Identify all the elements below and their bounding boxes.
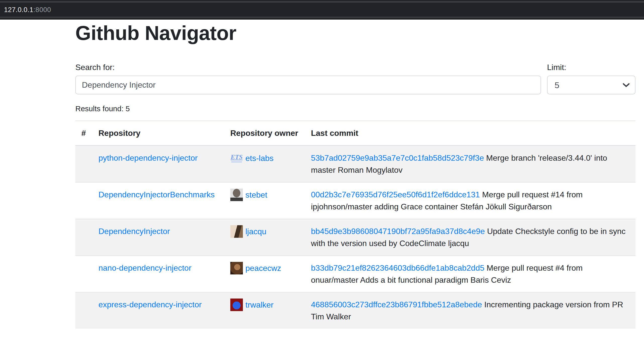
- table-row: DependencyInjectorBenchmarks stebet 00d2…: [75, 182, 635, 219]
- search-form: Search for: Limit: 5: [75, 63, 635, 94]
- page-title: Github Navigator: [75, 22, 635, 45]
- commit-cell: 468856003c273dffce23b86791fbbe512a8ebede…: [305, 292, 635, 329]
- ets-logo-tagline: [231, 161, 242, 162]
- row-index-cell: [75, 256, 92, 292]
- commit-author: Tim Walker: [311, 312, 351, 321]
- repository-link[interactable]: express-dependency-injector: [98, 300, 202, 309]
- commit-author: ljacqu: [448, 239, 469, 248]
- tab-strip: [0, 1, 644, 3]
- url-host: 127.0.0.1: [4, 6, 33, 13]
- limit-select[interactable]: 5: [547, 76, 635, 94]
- commit-author: Stefán Jökull Sigurðarson: [460, 202, 552, 211]
- repository-cell: DependencyInjectorBenchmarks: [92, 182, 224, 219]
- commit-cell: 00d2b3c7e76935d76f25ee50f6d1f2ef6ddce131…: [305, 182, 635, 219]
- commit-hash-link[interactable]: b33db79c21ef8262364603db66dfe1ab8cab2dd5: [311, 263, 484, 272]
- commit-hash-link[interactable]: 00d2b3c7e76935d76f25ee50f6d1f2ef6ddce131: [311, 190, 480, 199]
- owner-cell: peacecwz: [224, 256, 305, 292]
- results-table: # Repository Repository owner Last commi…: [75, 121, 635, 329]
- repository-link[interactable]: nano-dependency-injector: [98, 263, 191, 272]
- repository-cell: python-dependency-injector: [92, 146, 224, 183]
- toolbar-lower-strip: [0, 17, 644, 18]
- owner-link[interactable]: trwalker: [245, 299, 274, 311]
- repository-link[interactable]: DependencyInjectorBenchmarks: [98, 190, 214, 199]
- limit-select-wrap: 5: [547, 76, 635, 94]
- ljacqu-avatar: [230, 225, 243, 238]
- url-text[interactable]: 127.0.0.1:8000: [4, 6, 51, 14]
- results-summary: Results found: 5: [75, 104, 635, 113]
- table-row: express-dependency-injector trwalker 468…: [75, 292, 635, 329]
- owner-cell: stebet: [224, 182, 305, 219]
- commit-author: Baris Ceviz: [470, 275, 511, 284]
- search-input[interactable]: [75, 76, 541, 94]
- commit-cell: bb45d9e3b98608047190bf72a95fa9a37d8c4e9e…: [305, 219, 635, 256]
- owner-link[interactable]: ets-labs: [245, 152, 274, 164]
- row-index-cell: [75, 292, 92, 329]
- table-row: python-dependency-injector ETS ets-labs …: [75, 146, 635, 183]
- limit-label: Limit:: [547, 63, 635, 72]
- owner-cell: ljacqu: [224, 219, 305, 256]
- table-row: nano-dependency-injector peacecwz b33db7…: [75, 256, 635, 292]
- row-index-cell: [75, 182, 92, 219]
- url-port: :8000: [33, 6, 51, 13]
- commit-cell: 53b7ad02759e9ab35a7e7c0c1fab58d523c79f3e…: [305, 146, 635, 183]
- trwalker-avatar: [230, 299, 243, 311]
- search-label: Search for:: [75, 63, 541, 72]
- limit-field-group: Limit: 5: [547, 63, 635, 94]
- owner-cell: ETS ets-labs: [224, 146, 305, 183]
- owner-cell: trwalker: [224, 292, 305, 329]
- header-index: #: [75, 121, 92, 146]
- ets-logo-text: ETS: [231, 154, 243, 160]
- header-repository: Repository: [92, 121, 224, 146]
- commit-author: Roman Mogylatov: [338, 165, 403, 174]
- commit-cell: b33db79c21ef8262364603db66dfe1ab8cab2dd5…: [305, 256, 635, 292]
- stebet-avatar: [230, 189, 243, 201]
- repository-link[interactable]: DependencyInjector: [98, 227, 170, 236]
- peacecwz-avatar: [230, 262, 243, 274]
- repository-cell: nano-dependency-injector: [92, 256, 224, 292]
- row-index-cell: [75, 146, 92, 183]
- ets-labs-avatar: ETS: [230, 152, 243, 164]
- search-field-group: Search for:: [75, 63, 541, 94]
- commit-hash-link[interactable]: bb45d9e3b98608047190bf72a95fa9a37d8c4e9e: [311, 227, 485, 236]
- owner-link[interactable]: peacecwz: [245, 262, 281, 274]
- table-header-row: # Repository Repository owner Last commi…: [75, 121, 635, 146]
- commit-hash-link[interactable]: 53b7ad02759e9ab35a7e7c0c1fab58d523c79f3e: [311, 153, 484, 162]
- repository-cell: DependencyInjector: [92, 219, 224, 256]
- page-content: Github Navigator Search for: Limit: 5 Re…: [75, 20, 635, 329]
- repository-cell: express-dependency-injector: [92, 292, 224, 329]
- row-index-cell: [75, 219, 92, 256]
- address-bar[interactable]: 127.0.0.1:8000: [0, 3, 644, 17]
- repository-link[interactable]: python-dependency-injector: [98, 153, 198, 162]
- owner-link[interactable]: ljacqu: [245, 225, 266, 238]
- commit-hash-link[interactable]: 468856003c273dffce23b86791fbbe512a8ebede: [311, 300, 482, 309]
- header-repository-owner: Repository owner: [224, 121, 305, 146]
- commit-message: Incrementing package version from PR: [484, 300, 623, 309]
- header-last-commit: Last commit: [305, 121, 635, 146]
- table-row: DependencyInjector ljacqu bb45d9e3b98608…: [75, 219, 635, 256]
- browser-chrome: 127.0.0.1:8000: [0, 0, 644, 20]
- owner-link[interactable]: stebet: [245, 189, 267, 201]
